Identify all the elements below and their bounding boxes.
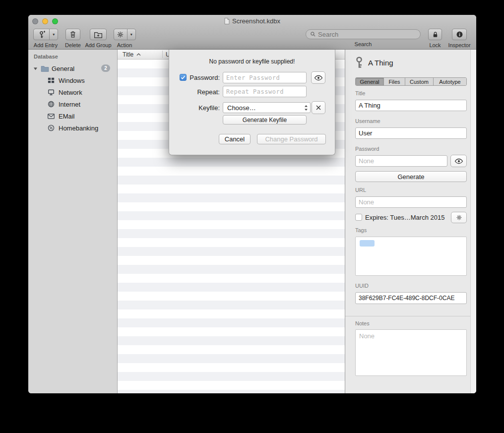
lock-button[interactable] bbox=[428, 29, 442, 40]
sidebar: Database General 2 Windows bbox=[28, 50, 118, 393]
trash-icon bbox=[69, 31, 76, 38]
inspector-scrollbar[interactable] bbox=[470, 50, 476, 393]
reveal-password-button[interactable] bbox=[450, 155, 467, 167]
username-field[interactable] bbox=[355, 127, 467, 139]
entry-title: A Thing bbox=[368, 59, 393, 67]
gear-icon bbox=[456, 214, 462, 221]
generate-password-button[interactable]: Generate bbox=[355, 171, 467, 182]
title-label: Title bbox=[355, 90, 365, 96]
tab-autotype[interactable]: Autotype bbox=[434, 78, 466, 85]
sheet-reveal-password-button[interactable] bbox=[311, 71, 325, 84]
search-field[interactable] bbox=[306, 29, 421, 39]
tab-custom[interactable]: Custom bbox=[405, 78, 434, 85]
popup-stepper-icon bbox=[304, 105, 308, 111]
sidebar-item-label: Network bbox=[59, 89, 82, 96]
sidebar-item-label: Windows bbox=[59, 77, 85, 84]
clear-keyfile-button[interactable] bbox=[312, 101, 325, 114]
tags-box[interactable] bbox=[355, 237, 467, 276]
app-window: Screenshot.kdbx ▾ Add Entry bbox=[28, 15, 476, 393]
tag-token[interactable] bbox=[360, 240, 375, 247]
expires-settings-button[interactable] bbox=[451, 212, 467, 223]
tab-files[interactable]: Files bbox=[384, 78, 405, 85]
sidebar-item-label: General bbox=[52, 65, 74, 72]
keyfile-popup[interactable]: Choose… bbox=[223, 102, 311, 113]
inspector-label: Inspector bbox=[448, 42, 470, 48]
inspector-tabs: General Files Custom Autotype bbox=[355, 77, 467, 86]
window-title: Screenshot.kdbx bbox=[28, 15, 476, 27]
url-field[interactable] bbox=[355, 196, 467, 208]
cancel-button[interactable]: Cancel bbox=[219, 134, 251, 144]
sidebar-item-internet[interactable]: Internet bbox=[28, 98, 117, 110]
window-header: Screenshot.kdbx ▾ Add Entry bbox=[28, 15, 476, 50]
add-entry-label: Add Entry bbox=[34, 42, 58, 48]
column-header-title[interactable]: Title bbox=[123, 51, 141, 58]
generate-keyfile-button[interactable]: Generate Keyfile bbox=[223, 115, 307, 124]
expires-checkbox[interactable] bbox=[355, 214, 362, 221]
username-label: Username bbox=[355, 118, 380, 124]
zoom-button[interactable] bbox=[52, 18, 58, 24]
tab-general[interactable]: General bbox=[356, 78, 384, 85]
add-group-label: Add Group bbox=[85, 42, 111, 48]
url-label: URL bbox=[355, 187, 366, 193]
folder-icon bbox=[41, 65, 49, 72]
eye-icon bbox=[454, 158, 463, 164]
close-icon bbox=[315, 105, 321, 111]
cancel-label: Cancel bbox=[225, 135, 245, 143]
sidebar-item-label: Homebanking bbox=[59, 124, 98, 132]
password-label: Password bbox=[355, 146, 379, 152]
info-icon bbox=[456, 31, 463, 38]
action-button[interactable]: ▾ bbox=[114, 29, 136, 40]
column-divider bbox=[162, 51, 163, 58]
sheet-repeat-label: Repeat: bbox=[184, 88, 220, 96]
sheet-password-input[interactable] bbox=[223, 72, 307, 83]
change-password-label: Change Password bbox=[265, 135, 317, 143]
sidebar-item-label: EMail bbox=[59, 113, 75, 120]
sidebar-item-general[interactable]: General 2 bbox=[28, 62, 117, 74]
delete-button[interactable] bbox=[65, 29, 80, 40]
lock-label: Lock bbox=[429, 42, 441, 48]
title-field[interactable] bbox=[355, 100, 467, 111]
key-icon bbox=[354, 56, 364, 69]
chevron-down-icon: ▾ bbox=[50, 29, 58, 40]
minimize-button[interactable] bbox=[42, 18, 48, 24]
sidebar-item-homebanking[interactable]: Homebanking bbox=[28, 122, 117, 134]
tags-label: Tags bbox=[355, 227, 367, 233]
change-password-button[interactable]: Change Password bbox=[257, 134, 326, 144]
expires-label: Expires: Tues…March 2015 bbox=[365, 214, 444, 221]
notes-box[interactable]: None bbox=[355, 329, 467, 376]
inspector-panel: A Thing General Files Custom Autotype Ti… bbox=[345, 50, 476, 393]
sheet-password-label: Password: bbox=[184, 74, 220, 81]
disclosure-triangle-icon[interactable] bbox=[33, 66, 38, 71]
notes-placeholder: None bbox=[359, 332, 375, 340]
sheet-repeat-input[interactable] bbox=[223, 86, 307, 97]
close-button[interactable] bbox=[32, 18, 38, 24]
generate-label: Generate bbox=[397, 173, 424, 181]
sidebar-item-email[interactable]: EMail bbox=[28, 110, 117, 122]
entry-header: A Thing bbox=[354, 56, 393, 69]
group-count-badge: 2 bbox=[101, 64, 110, 72]
uuid-field[interactable] bbox=[355, 292, 467, 304]
internet-icon bbox=[48, 101, 55, 108]
add-group-button[interactable] bbox=[90, 29, 107, 40]
search-input[interactable] bbox=[318, 31, 416, 38]
column-title-label: Title bbox=[123, 51, 133, 58]
sort-ascending-icon bbox=[136, 53, 141, 56]
sheet-message: No password or keyfile supplied! bbox=[169, 58, 335, 65]
window-title-text: Screenshot.kdbx bbox=[232, 17, 280, 25]
sidebar-item-network[interactable]: Network bbox=[28, 86, 117, 98]
toolbar: ▾ Add Entry Delete Add Group bbox=[28, 27, 476, 50]
search-icon bbox=[310, 31, 316, 37]
sidebar-item-label: Internet bbox=[59, 101, 80, 108]
traffic-lights bbox=[32, 18, 58, 24]
add-entry-button[interactable]: ▾ bbox=[33, 29, 58, 40]
folder-plus-icon bbox=[94, 31, 102, 38]
sidebar-item-windows[interactable]: Windows bbox=[28, 74, 117, 86]
keyfile-popup-value: Choose… bbox=[227, 104, 256, 112]
inspector-button[interactable] bbox=[452, 29, 467, 40]
sidebar-header: Database bbox=[34, 54, 58, 60]
lock-icon bbox=[432, 31, 439, 38]
notes-label: Notes bbox=[355, 320, 370, 326]
password-field[interactable] bbox=[355, 155, 447, 167]
search-label: Search bbox=[355, 41, 372, 47]
key-plus-icon bbox=[34, 29, 50, 40]
